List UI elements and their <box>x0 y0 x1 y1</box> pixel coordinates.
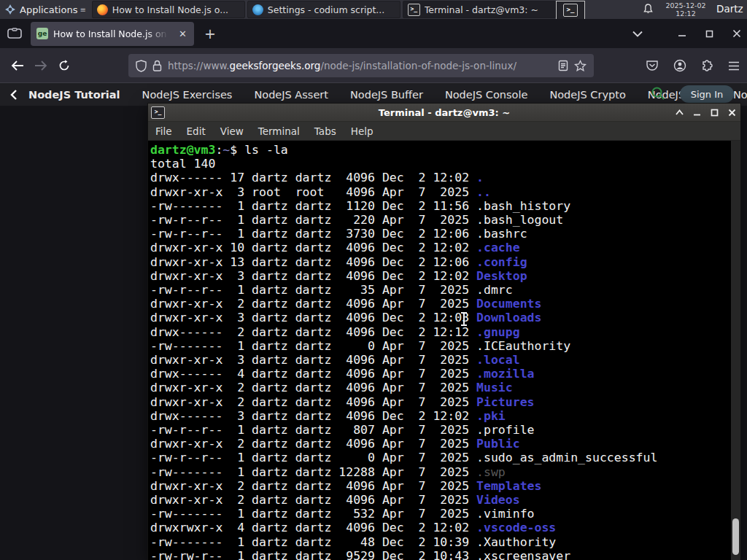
file-name: .cache <box>476 241 520 254</box>
signin-button[interactable]: Sign In <box>680 85 734 103</box>
listing-row: -rw------- 1 dartz dartz 48 Dec 2 10:39 … <box>150 535 731 549</box>
reload-icon[interactable] <box>53 54 76 77</box>
terminal-menu-item[interactable]: Terminal <box>251 125 307 137</box>
window-shade-icon[interactable] <box>676 109 684 115</box>
listing-row: drwxr-xr-x 2 dartz dartz 4096 Apr 7 2025… <box>150 479 731 493</box>
account-icon[interactable] <box>673 59 686 72</box>
listing-row: -rw-r--r-- 1 dartz dartz 0 Apr 7 2025 .s… <box>150 451 731 464</box>
file-name: .viminfo <box>476 507 534 521</box>
file-name: .config <box>476 255 527 269</box>
listing-row: drwx------ 2 dartz dartz 4096 Dec 2 12:1… <box>150 325 731 339</box>
scrollbar-thumb[interactable] <box>732 518 739 555</box>
listing-row: -rw-r--r-- 1 dartz dartz 35 Apr 7 2025 .… <box>150 283 731 297</box>
reader-view-icon[interactable] <box>558 60 568 71</box>
site-nav-link[interactable]: NodeJS Buffer <box>350 89 423 101</box>
extensions-icon[interactable] <box>701 60 713 72</box>
terminal-output: dartz@vm3:~$ ls -la total 140 drwx------… <box>148 141 731 560</box>
window-maximize-icon[interactable] <box>705 30 713 38</box>
terminal-menu-item[interactable]: File <box>148 125 179 137</box>
site-nav-link[interactable]: NodeJS Console <box>445 89 528 101</box>
applications-label: Applications <box>20 4 77 15</box>
file-name: .xscreensaver <box>476 549 570 560</box>
window-maximize-icon[interactable] <box>711 109 719 117</box>
window-minimize-icon[interactable] <box>693 109 701 116</box>
firefox-toolbar: https://www.geeksforgeeks.org/node-js/in… <box>0 48 747 83</box>
nav-back-chevron-icon[interactable] <box>10 90 17 100</box>
file-name: .vscode-oss <box>476 521 556 534</box>
listing-row: drwxr-xr-x 3 dartz dartz 4096 Dec 2 12:0… <box>150 311 731 324</box>
listing-row: -rw-r--r-- 1 dartz dartz 3730 Dec 2 12:0… <box>150 227 731 241</box>
listing-row: drwxr-xr-x 10 dartz dartz 4096 Dec 2 12:… <box>150 241 731 254</box>
terminal-menu-item[interactable]: Edit <box>179 125 213 137</box>
back-icon[interactable] <box>6 54 29 77</box>
new-tab-button[interactable]: + <box>204 26 216 42</box>
distro-logo-icon <box>4 4 16 15</box>
window-app-icon <box>252 4 263 15</box>
url-bar[interactable]: https://www.geeksforgeeks.org/node-js/in… <box>128 54 594 77</box>
user-menu[interactable]: Dartz <box>716 3 743 15</box>
file-name: .Xauthority <box>476 535 556 549</box>
window-minimize-icon[interactable] <box>678 29 686 38</box>
listing-row: -rw------- 1 dartz dartz 532 Apr 7 2025 … <box>150 507 731 521</box>
terminal-menu-item[interactable]: Help <box>344 125 381 137</box>
file-name: .pki <box>476 409 506 423</box>
taskbar-window-button[interactable]: Terminal - dartz@vm3: ~ <box>403 1 556 18</box>
file-name: .gnupg <box>476 325 520 339</box>
listing-row: drwx------ 17 dartz dartz 4096 Dec 2 12:… <box>150 171 731 184</box>
terminal-screen[interactable]: dartz@vm3:~$ ls -la total 140 drwx------… <box>148 141 740 560</box>
tab-close-icon[interactable]: ✕ <box>177 28 188 39</box>
file-name: Documents <box>476 297 541 311</box>
window-close-icon[interactable] <box>728 109 736 117</box>
browser-tab-active[interactable]: ge How to Install Node.js on ✕ <box>31 22 194 46</box>
site-nav-link[interactable]: Node <box>733 89 747 101</box>
hamburger-menu-icon[interactable] <box>728 61 740 71</box>
taskbar-window-button[interactable]: Settings - codium script... <box>247 1 400 18</box>
shield-icon[interactable] <box>136 60 147 72</box>
terminal-icon <box>151 106 165 119</box>
pocket-icon[interactable] <box>646 59 659 72</box>
listing-row: drwxr-xr-x 3 root root 4096 Apr 7 2025 .… <box>150 185 731 199</box>
prompt-line: dartz@vm3:~$ ls -la <box>150 143 731 157</box>
firefox-view-icon[interactable] <box>7 28 22 39</box>
tab-title: How to Install Node.js on <box>53 28 172 39</box>
notification-bell-icon[interactable] <box>642 3 654 15</box>
clock-time: 12:12 <box>662 9 709 18</box>
firefox-tab-bar: ge How to Install Node.js on ✕ + <box>0 19 747 48</box>
tray-terminal-icon[interactable] <box>556 1 585 20</box>
terminal-menu-item[interactable]: View <box>213 125 251 137</box>
file-name: Downloads <box>476 311 541 324</box>
terminal-scrollbar[interactable] <box>731 141 740 560</box>
listing-row: drwx------ 4 dartz dartz 4096 Apr 7 2025… <box>150 367 731 381</box>
file-name: Pictures <box>476 395 534 409</box>
url-text: https://www.geeksforgeeks.org/node-js/in… <box>168 60 552 71</box>
window-close-icon[interactable] <box>732 29 741 38</box>
panel-clock[interactable]: 2025-12-02 12:12 <box>662 1 709 18</box>
terminal-title: Terminal - dartz@vm3: ~ <box>148 107 740 118</box>
terminal-icon <box>563 4 578 17</box>
site-nav-link[interactable]: NodeJS Tutorial <box>28 89 120 101</box>
taskbar-window-button[interactable]: How to Install Node.js o... <box>92 1 245 18</box>
site-nav-link[interactable]: NodeJS Exercises <box>142 89 233 101</box>
file-name: . <box>476 171 484 184</box>
listing-row: drwxr-xr-x 2 dartz dartz 4096 Apr 7 2025… <box>150 437 731 451</box>
terminal-menubar: File Edit View Terminal Tabs Help <box>148 122 740 141</box>
bookmark-star-icon[interactable] <box>574 60 587 71</box>
forward-icon[interactable] <box>29 54 53 77</box>
lock-icon[interactable] <box>152 60 162 71</box>
list-all-tabs-icon[interactable] <box>632 31 643 37</box>
file-name: .. <box>476 185 491 199</box>
desktop-panel: Applications ≡ How to Install Node.js o.… <box>0 0 747 20</box>
file-name: .local <box>476 353 520 367</box>
site-nav-link[interactable]: NodeJS Assert <box>254 89 328 101</box>
site-nav-link[interactable]: NodeJS Crypto <box>549 89 625 101</box>
terminal-menu-item[interactable]: Tabs <box>307 125 344 137</box>
file-name: Desktop <box>476 269 527 283</box>
terminal-titlebar[interactable]: Terminal - dartz@vm3: ~ <box>148 104 740 122</box>
site-search-icon[interactable] <box>651 86 665 101</box>
listing-row: -rw------- 1 dartz dartz 1120 Dec 2 11:5… <box>150 199 731 213</box>
listing-row: drwx------ 3 dartz dartz 4096 Dec 2 12:0… <box>150 409 731 423</box>
listing-row: -rw------- 1 dartz dartz 12288 Apr 7 202… <box>150 465 731 479</box>
listing-row: drwxr-xr-x 3 dartz dartz 4096 Dec 2 12:0… <box>150 269 731 283</box>
applications-menu-button[interactable]: Applications ≡ <box>0 0 90 19</box>
file-name: .ICEauthority <box>476 339 570 353</box>
